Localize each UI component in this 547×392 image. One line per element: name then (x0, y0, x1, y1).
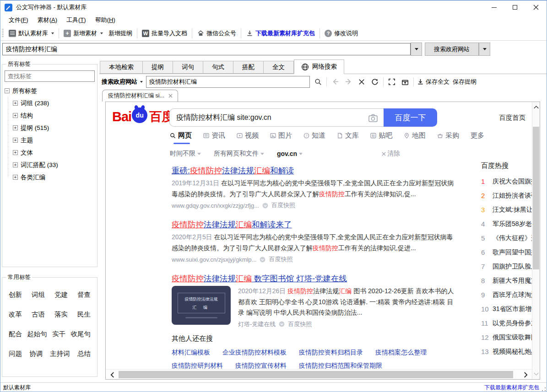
related-link[interactable]: 疫情档案怎么整理 (375, 349, 427, 357)
common-tag[interactable]: 古语 (32, 310, 45, 319)
scroll-up-icon[interactable] (532, 103, 540, 111)
toolbar-item-2[interactable]: 新增提纲 (106, 27, 135, 39)
common-tag[interactable]: 收尾句 (70, 330, 91, 338)
toolbar-item-1[interactable]: 新增素材 (61, 27, 106, 39)
back-icon[interactable] (330, 77, 340, 87)
hot-item-6[interactable]: 6歌声回望中国共 (481, 245, 532, 259)
scroll-left-icon[interactable] (108, 370, 117, 379)
common-tag[interactable]: 党建 (54, 290, 68, 299)
cache-chevron-icon[interactable] (260, 257, 265, 263)
tab-4[interactable]: 搭配 (233, 61, 264, 74)
common-tag[interactable]: 问题 (9, 349, 22, 358)
common-tag[interactable]: 民生 (77, 310, 91, 319)
hot-item-5[interactable]: 5《伟大征程》这些 (481, 231, 532, 245)
filter-1[interactable]: 所有网页和文件 (214, 150, 264, 158)
hot-item-11[interactable]: 11以党员身份参加 (481, 316, 532, 330)
expand-icon[interactable]: + (13, 113, 18, 118)
common-tag[interactable]: 总结 (77, 349, 91, 358)
tree-item-3[interactable]: +主题 (13, 134, 95, 146)
toolbar-item-4[interactable]: 微信公众号 (194, 27, 239, 39)
hot-item-2[interactable]: 2江姐扮演者谈张桂梅 (481, 188, 532, 203)
expand-icon[interactable]: + (13, 175, 18, 180)
tab-1[interactable]: 提纲 (143, 61, 173, 74)
common-tag[interactable]: 主持词 (50, 349, 70, 358)
collapse-icon[interactable]: − (5, 88, 10, 93)
baidu-cache-link[interactable]: 百度快照 (271, 201, 295, 209)
hot-item-12[interactable]: 12俄国宝级歌舞团 (481, 330, 532, 344)
tab-2[interactable]: 词句 (173, 61, 203, 74)
baidu-cache-link[interactable]: 百度快照 (269, 255, 292, 263)
baidu-nav-8[interactable]: 采购 (437, 131, 459, 140)
tab-web-search[interactable]: 网络搜索 (294, 59, 344, 74)
stop-icon[interactable] (357, 77, 367, 87)
result-title-link[interactable]: 疫情防控法律法规汇编 数字图书馆 灯塔-党建在线 (172, 273, 456, 285)
result-thumbnail[interactable]: 疫情防控法律法规汇 编 (172, 286, 231, 325)
refresh-icon[interactable] (370, 77, 380, 87)
hot-item-7[interactable]: 7国旗护卫队脸上 (481, 259, 532, 274)
hot-item-3[interactable]: 3汪文斌:抹黑让新疆 (481, 203, 532, 217)
cache-chevron-icon[interactable] (262, 203, 268, 209)
filter-0[interactable]: 时间不限 (170, 150, 201, 158)
gov-search-button[interactable]: 搜索政府网站 (425, 43, 479, 56)
tree-item-4[interactable]: +文体 (13, 146, 95, 159)
tab-5[interactable]: 全文 (264, 61, 294, 74)
related-link[interactable]: 材料汇编模板 (172, 349, 210, 357)
tab-close-icon[interactable] (168, 93, 173, 99)
close-button[interactable] (525, 0, 547, 14)
save-fulltext-button[interactable]: 保存全文 (417, 78, 450, 86)
scroll-down-icon[interactable] (532, 370, 540, 378)
result-source[interactable]: www.suixi.gov.cn/zjsxjyj/gkmlp... (172, 256, 256, 263)
tree-item-1[interactable]: +结构 (13, 109, 95, 122)
baidu-nav-7[interactable]: 地图 (404, 131, 426, 140)
baidu-nav-4[interactable]: ?知道 (303, 131, 325, 140)
local-search-dropdown[interactable] (411, 43, 422, 56)
toolbar-item-3[interactable]: 批量导入文档 (139, 27, 190, 39)
toolbar-item-0[interactable]: 默认素材库 (6, 27, 57, 39)
forward-icon[interactable] (343, 77, 353, 87)
hot-item-10[interactable]: 1031省区市新增确 (481, 302, 532, 316)
baidu-nav-6[interactable]: 贴贴吧 (370, 131, 392, 140)
common-tag[interactable]: 落实 (54, 310, 68, 319)
scroll-right-icon[interactable] (521, 370, 530, 379)
menu-F[interactable]: 文件(F) (4, 15, 33, 26)
result-title-link[interactable]: 疫情防控法律法规汇编和解读来了 (172, 219, 456, 231)
chevron-down-icon[interactable] (51, 32, 54, 34)
baidu-nav-9[interactable]: 更多 (471, 131, 484, 140)
common-tag[interactable]: 创新 (9, 290, 22, 299)
result-source[interactable]: 灯塔-党建在线 (238, 320, 276, 328)
baidu-cache-link[interactable]: 百度快照 (288, 320, 312, 328)
common-tag[interactable]: 实干 (52, 330, 65, 338)
vertical-scrollbar[interactable] (532, 102, 540, 379)
gov-search-dropdown[interactable] (479, 43, 490, 56)
vertical-scroll-thumb[interactable] (533, 127, 539, 269)
expand-icon[interactable]: + (13, 150, 18, 155)
find-tag-input[interactable] (5, 70, 95, 82)
status-download-link[interactable]: 下载最新素材库扩充包 (484, 384, 539, 392)
tab-3[interactable]: 句式 (203, 61, 233, 74)
search-icon[interactable] (313, 77, 323, 87)
expand-icon[interactable]: + (13, 138, 18, 143)
fullscreen-icon[interactable] (387, 77, 397, 87)
hot-item-8[interactable]: 8新疆大爷用魔方 (481, 274, 532, 288)
baidu-nav-5[interactable]: 文库 (337, 131, 359, 140)
common-tag[interactable]: 词组 (32, 290, 45, 299)
toolbar-item-6[interactable]: 修改说明 (322, 27, 361, 39)
baidu-nav-3[interactable]: 图片 (270, 131, 292, 140)
tree-item-0[interactable]: +词组 (238) (13, 97, 95, 109)
menu-A[interactable]: 素材(A) (33, 15, 62, 26)
hot-item-4[interactable]: 4军乐团58岁老兵 (481, 217, 532, 231)
common-tag[interactable]: 改革 (9, 310, 22, 319)
hot-item-13[interactable]: 13视频揭秘礼炮兵 (481, 344, 532, 359)
expand-icon[interactable]: + (13, 162, 18, 167)
main-search-input[interactable] (2, 43, 411, 55)
minimize-button[interactable] (483, 0, 504, 14)
tab-0[interactable]: 本地检索 (100, 61, 143, 74)
related-link[interactable]: 疫情防控资料归档目录 (299, 349, 363, 357)
tree-item-6[interactable]: +各类汇编 (13, 171, 95, 183)
baidu-home-link[interactable]: 百度首页 (499, 113, 525, 122)
baidu-nav-2[interactable]: 视频 (237, 131, 259, 140)
open-in-window-icon[interactable] (400, 77, 410, 87)
clear-filters-link[interactable]: 清除 (381, 150, 400, 158)
baidu-search-button[interactable]: 百度一下 (384, 108, 437, 127)
horizontal-scroll-thumb[interactable] (119, 371, 513, 378)
